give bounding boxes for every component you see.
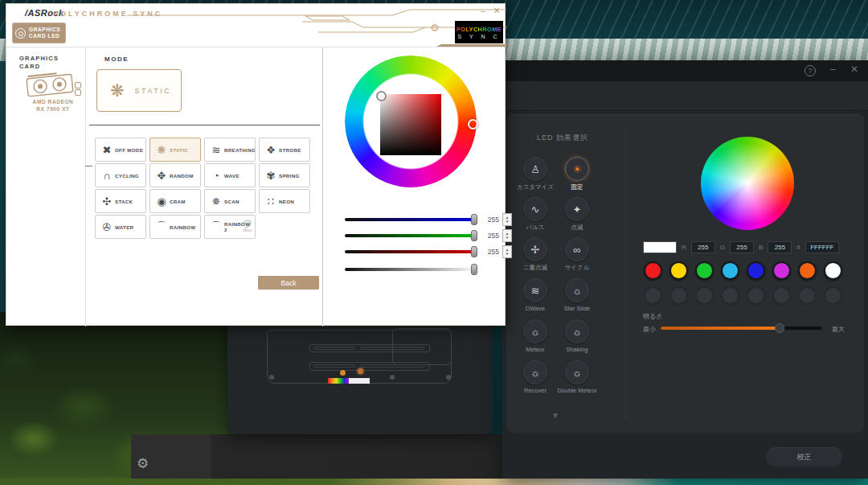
- minimize-button[interactable]: –: [477, 6, 489, 15]
- sun-icon: ☀: [572, 163, 582, 175]
- effect-pulse[interactable]: ∿ パルス: [514, 197, 556, 231]
- rgb-led-strip-preview: [328, 378, 349, 384]
- effect-dwave[interactable]: ≋ DWave: [514, 278, 556, 312]
- palette-empty-row: [644, 286, 842, 305]
- palette-empty-slot[interactable]: [747, 286, 765, 305]
- palette-color-blue[interactable]: [747, 261, 765, 280]
- cram-icon: ◉: [154, 195, 170, 208]
- brightness-slider-thumb[interactable]: [471, 264, 477, 275]
- mount-hole: [446, 375, 451, 380]
- back-button[interactable]: Back: [258, 276, 319, 290]
- effect-shaking[interactable]: ☼ Shaking: [556, 319, 598, 353]
- palette-color-white[interactable]: [824, 261, 842, 280]
- sun-icon: ☼: [572, 285, 582, 297]
- mode-stack[interactable]: ✣ STACK: [95, 189, 146, 213]
- double-sparkle-icon: ✢: [531, 244, 540, 256]
- wave-icon: ≋: [531, 285, 540, 297]
- close-icon[interactable]: ✕: [850, 64, 858, 75]
- effect-static[interactable]: ☀ 固定: [556, 157, 598, 191]
- palette-row: [644, 261, 842, 280]
- r-input[interactable]: 255: [691, 241, 715, 253]
- effect-star-slide[interactable]: ☼ Star Slide: [556, 278, 598, 312]
- mode-cram[interactable]: ◉ CRAM: [149, 189, 201, 213]
- palette-empty-slot[interactable]: [798, 286, 817, 305]
- palette-empty-slot[interactable]: [772, 286, 791, 305]
- effect-meteor[interactable]: ☼ Meteor: [514, 319, 556, 353]
- mode-off-mode[interactable]: ✖ OFF MODE: [95, 138, 146, 162]
- green-slider-thumb[interactable]: [471, 230, 477, 241]
- wallpaper-beach-strip: [0, 478, 868, 485]
- color-wheel-disc[interactable]: [701, 137, 794, 230]
- strobe-icon: ❖: [263, 144, 279, 156]
- sidebar-divider: [85, 47, 86, 327]
- mode-scan[interactable]: ✵ SCAN: [204, 189, 256, 213]
- blue-value: 255: [481, 216, 499, 224]
- color-value-row: R 255 G 255 B 255 # FFFFFF: [643, 240, 839, 253]
- g-input[interactable]: 255: [730, 241, 754, 253]
- green-spinner[interactable]: ▲▼: [502, 229, 512, 242]
- palette-color-orange[interactable]: [798, 261, 817, 280]
- palette-color-cyan[interactable]: [721, 261, 739, 280]
- b-label: B: [759, 244, 763, 251]
- motherboard-diagram-window: [227, 320, 493, 434]
- mode-strobe[interactable]: ❖ STROBE: [259, 138, 310, 162]
- brightness-min-label: 最小: [643, 325, 656, 334]
- sync-link-icon[interactable]: [75, 82, 81, 95]
- mode-rainbow-2[interactable]: ⌒ RAINBOW 2 2: [204, 215, 256, 239]
- mode-random[interactable]: ✥ RANDOM: [149, 163, 201, 187]
- blue-spinner[interactable]: ▲▼: [502, 213, 512, 226]
- palette-empty-slot[interactable]: [721, 286, 739, 305]
- palette-empty-slot[interactable]: [669, 286, 688, 305]
- b-input[interactable]: 255: [768, 241, 792, 253]
- minimize-button[interactable]: –: [830, 64, 836, 75]
- palette-color-red[interactable]: [644, 261, 662, 280]
- effect-recover[interactable]: ☼ Recover: [514, 360, 556, 394]
- cycling-icon: ∩: [99, 170, 115, 182]
- mode-water[interactable]: ✇ WATER: [95, 215, 146, 239]
- neon-icon: ∷: [263, 195, 279, 208]
- palette-empty-slot[interactable]: [824, 286, 842, 305]
- effect-customize[interactable]: ♙ カスタマイズ: [514, 157, 556, 191]
- brightness-slider[interactable]: [661, 327, 822, 330]
- calibrate-button[interactable]: 校正: [766, 447, 842, 467]
- mode-rainbow[interactable]: ⌒ RAINBOW: [149, 215, 201, 239]
- effect-double-blink[interactable]: ✢ 二重点滅: [514, 237, 556, 271]
- blue-slider-thumb[interactable]: [471, 214, 477, 225]
- mount-hole: [390, 375, 395, 380]
- red-slider-thumb[interactable]: [471, 246, 477, 257]
- settings-gear-icon[interactable]: ⚙: [430, 22, 440, 34]
- spring-icon: ✾: [263, 170, 279, 182]
- mode-grid-divider: [89, 125, 320, 125]
- static-icon: ❋: [154, 144, 170, 156]
- graphics-card-led-button[interactable]: GRAPHICS CARD LED: [12, 23, 66, 43]
- window-title: POLYCHROME SYNC: [53, 10, 162, 18]
- settings-gear-icon[interactable]: ⚙: [137, 455, 149, 472]
- help-icon[interactable]: ?: [805, 65, 816, 76]
- led-badge-icon: [15, 28, 26, 39]
- mode-cycling[interactable]: ∩ CYCLING: [95, 163, 146, 187]
- green-value: 255: [481, 232, 499, 240]
- palette-empty-slot[interactable]: [644, 286, 662, 305]
- mode-spring[interactable]: ✾ SPRING: [259, 163, 310, 187]
- expand-arrow-icon[interactable]: ▼: [551, 411, 559, 420]
- palette-color-magenta[interactable]: [772, 261, 791, 280]
- mode-breathing[interactable]: ≋ BREATHING: [204, 138, 256, 162]
- gpu-illustration: [24, 69, 76, 101]
- effect-blink[interactable]: ✦ 点滅: [556, 197, 598, 231]
- selected-mode-button[interactable]: ❋ STATIC: [96, 69, 182, 112]
- close-icon[interactable]: ✕: [491, 6, 502, 16]
- mode-wave[interactable]: ◔ WAVE: [204, 163, 256, 187]
- palette-empty-slot[interactable]: [695, 286, 714, 305]
- sv-cursor[interactable]: [376, 91, 387, 101]
- hue-cursor[interactable]: [468, 119, 478, 129]
- effect-double-meteor[interactable]: ☼ Double Meteor: [556, 360, 598, 394]
- saturation-value-square[interactable]: [380, 94, 441, 155]
- palette-color-yellow[interactable]: [669, 261, 688, 280]
- red-spinner[interactable]: ▲▼: [502, 245, 512, 258]
- effect-cycle[interactable]: ∞ サイクル: [556, 237, 598, 271]
- hex-input[interactable]: FFFFFF: [805, 241, 839, 253]
- mode-neon[interactable]: ∷ NEON: [259, 189, 310, 213]
- brightness-thumb[interactable]: [775, 323, 784, 333]
- palette-color-green[interactable]: [695, 261, 714, 280]
- mode-static[interactable]: ❋ STATIC: [149, 138, 201, 162]
